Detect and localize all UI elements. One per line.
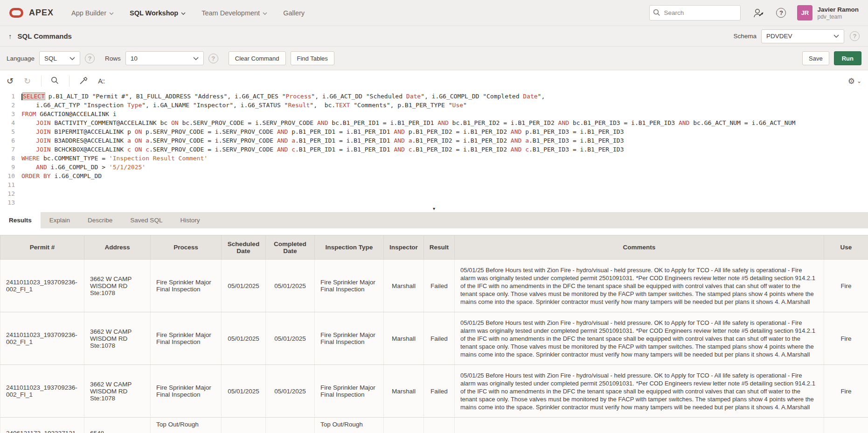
col-header-permit[interactable]: Permit #: [0, 235, 84, 260]
line-number: 8: [0, 154, 15, 163]
code-line[interactable]: JOIN B3ADDRES@ACCELALINK a ON a.SERV_PRO…: [21, 136, 868, 145]
cell-completed-date: [266, 418, 315, 433]
code-line[interactable]: JOIN B1PERMIT@ACCELALINK p ON p.SERV_PRO…: [21, 127, 868, 136]
tab-saved-sql[interactable]: Saved SQL: [121, 212, 171, 228]
table-row: 2411011023_193709236-002_FI_13662 W CAMP…: [0, 365, 868, 418]
results-table: Permit # Address Process Scheduled Date …: [0, 235, 868, 433]
tab-history[interactable]: History: [171, 212, 208, 228]
cell-permit: 2411011023_193709236-002_FI_1: [0, 312, 84, 365]
editor-settings[interactable]: ⚙ ⌄: [848, 76, 861, 86]
undo-icon[interactable]: ↺: [7, 77, 14, 85]
col-header-address[interactable]: Address: [84, 235, 151, 260]
cell-comments: [455, 418, 824, 433]
cell-completed-date: 05/01/2025: [266, 365, 315, 418]
col-header-use[interactable]: Use: [824, 235, 868, 260]
help-icon[interactable]: ?: [776, 8, 786, 18]
cell-use: Fire: [824, 365, 868, 418]
col-header-comments[interactable]: Comments: [455, 235, 824, 260]
find-tables-button[interactable]: Find Tables: [291, 51, 334, 65]
cell-inspector: [384, 418, 424, 433]
cell-inspector: Marshall: [384, 312, 424, 365]
schema-select[interactable]: PDVDEV: [761, 29, 844, 43]
toolbar-divider: [41, 76, 42, 87]
cell-process: Fire Sprinkler Major Final Inspection: [151, 312, 222, 365]
tab-explain[interactable]: Explain: [41, 212, 79, 228]
nav-item-sql-workshop[interactable]: SQL Workshop: [130, 9, 186, 17]
search-input[interactable]: [649, 5, 741, 21]
cell-scheduled-date: 05/01/2025: [222, 365, 266, 418]
cell-completed-date: 05/01/2025: [266, 260, 315, 312]
language-help-icon[interactable]: ?: [85, 54, 95, 63]
chevron-down-icon: [833, 34, 839, 38]
code-line[interactable]: JOIN BCHCKBOX@ACCELALINK c ON c.SERV_PRO…: [21, 145, 868, 154]
language-select[interactable]: SQL: [39, 51, 80, 65]
user-workspace: pdv_team: [817, 14, 859, 20]
nav-item-team-development[interactable]: Team Development: [201, 9, 267, 17]
admin-tools-icon[interactable]: [753, 8, 764, 18]
cell-permit: 2411011023_193709236-002_FI_1: [0, 365, 84, 418]
code-line[interactable]: [21, 198, 868, 207]
format-hammer-icon[interactable]: [79, 76, 88, 86]
user-avatar[interactable]: JR: [797, 5, 812, 21]
tab-results[interactable]: Results: [0, 212, 41, 228]
line-number: 4: [0, 118, 15, 127]
cell-permit: 2411011023_193709236-002_FI_1: [0, 260, 84, 312]
code-line[interactable]: [21, 189, 868, 198]
results-panel: Permit # Address Process Scheduled Date …: [0, 228, 868, 433]
user-info[interactable]: Javier Ramon pdv_team: [817, 6, 859, 20]
back-arrow-icon[interactable]: ↑: [8, 32, 12, 40]
rows-help-icon[interactable]: ?: [208, 54, 218, 63]
code-line[interactable]: i.G6_ACT_TYP "Inspection Type", i.GA_LNA…: [21, 101, 868, 110]
cell-process: Top Out/Rough: [151, 418, 222, 433]
schema-help-icon[interactable]: ?: [850, 31, 860, 41]
cell-process: Fire Sprinkler Major Final Inspection: [151, 260, 222, 312]
chevron-down-icon: ⌄: [857, 78, 861, 84]
code-line[interactable]: SELECT p.B1_ALT_ID "Permit #", B1_FULL_A…: [21, 92, 868, 101]
col-header-inspector[interactable]: Inspector: [384, 235, 424, 260]
nav-item-app-builder[interactable]: App Builder: [71, 9, 114, 17]
line-number: 3: [0, 110, 15, 118]
code-line[interactable]: WHERE bc.COMMENT_TYPE = 'Inspection Resu…: [21, 154, 868, 163]
tab-describe[interactable]: Describe: [79, 212, 121, 228]
col-header-inspection-type[interactable]: Inspection Type: [315, 235, 384, 260]
table-row: 2406121173_1933371216548Top Out/RoughTop…: [0, 418, 868, 433]
sql-editor: ↺ ↻ A:: ⚙ ⌄ 12345678910111213 SELECT p.B…: [0, 70, 868, 212]
col-header-scheduled-date[interactable]: Scheduled Date: [222, 235, 266, 260]
cell-permit: 2406121173_193337121: [0, 418, 84, 433]
clear-command-button[interactable]: Clear Command: [229, 51, 286, 65]
schema-label: Schema: [733, 33, 757, 40]
col-header-result[interactable]: Result: [424, 235, 455, 260]
col-header-process[interactable]: Process: [151, 235, 222, 260]
line-number: 7: [0, 145, 15, 154]
line-number: 5: [0, 127, 15, 136]
line-number: 1: [0, 92, 15, 101]
toolbar-divider: [69, 76, 69, 87]
rows-label: Rows: [105, 55, 121, 62]
editor-toolbar: ↺ ↻ A:: ⚙ ⌄: [0, 70, 868, 92]
cell-use: [824, 418, 868, 433]
find-icon[interactable]: [51, 76, 59, 86]
table-row: 2411011023_193709236-002_FI_13662 W CAMP…: [0, 312, 868, 365]
chevron-down-icon: [69, 57, 75, 60]
run-button[interactable]: Run: [834, 51, 861, 65]
apex-brand[interactable]: APEX: [29, 8, 54, 18]
results-tbody: 2411011023_193709236-002_FI_13662 W CAMP…: [0, 260, 868, 433]
editor-resize-handle[interactable]: ▾: [0, 206, 868, 212]
gear-icon: ⚙: [848, 76, 855, 86]
cell-scheduled-date: 05/01/2025: [222, 260, 266, 312]
code-area[interactable]: 12345678910111213 SELECT p.B1_ALT_ID "Pe…: [0, 92, 868, 207]
cell-result: Failed: [424, 312, 455, 365]
code-line[interactable]: FROM G6ACTION@ACCELALINK i: [21, 110, 868, 118]
case-toggle-icon[interactable]: A::: [98, 78, 104, 84]
oracle-logo-icon[interactable]: [9, 8, 23, 18]
code-line[interactable]: JOIN BACTIVITY_COMMENT@ACCELALINK bc ON …: [21, 118, 868, 127]
col-header-completed-date[interactable]: Completed Date: [266, 235, 315, 260]
save-button[interactable]: Save: [802, 51, 829, 65]
nav-item-gallery[interactable]: Gallery: [283, 9, 305, 17]
code-line[interactable]: ORDER BY i.G6_COMPL_DD: [21, 172, 868, 180]
code-line[interactable]: AND i.G6_COMPL_DD > '5/1/2025': [21, 163, 868, 172]
chevron-down-icon: [193, 57, 199, 60]
code-line[interactable]: [21, 180, 868, 189]
redo-icon[interactable]: ↻: [24, 77, 31, 85]
rows-select[interactable]: 10: [125, 51, 204, 65]
